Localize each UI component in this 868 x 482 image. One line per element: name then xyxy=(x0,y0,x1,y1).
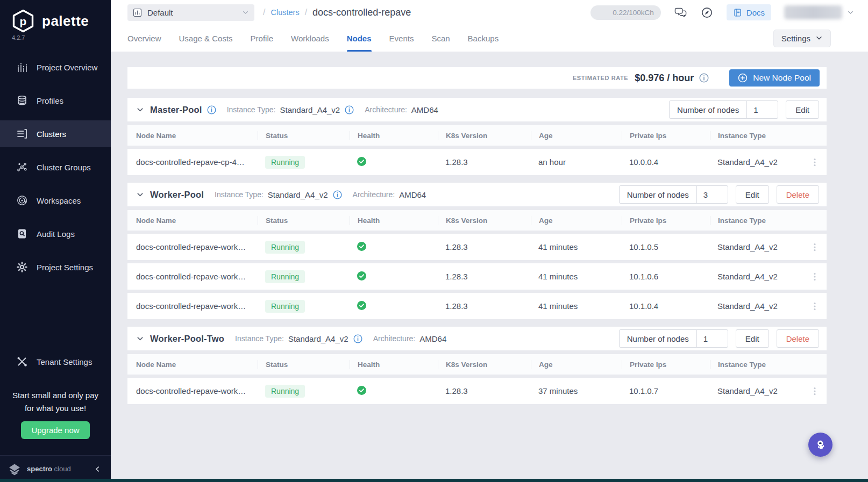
app-version: 4.2.7 xyxy=(12,34,111,41)
instance-type-label: Instance Type: xyxy=(235,334,284,343)
column-header-k8s-version: K8s Version xyxy=(438,360,531,369)
number-of-nodes-input[interactable]: 3 xyxy=(696,186,728,203)
table-row: docs-controlled-repave-work… Running 1.2… xyxy=(127,263,827,290)
row-menu-icon[interactable] xyxy=(810,157,820,167)
upgrade-now-button[interactable]: Upgrade now xyxy=(21,421,89,439)
sidebar-item-audit-logs[interactable]: Audit Logs xyxy=(0,220,111,247)
assistant-fab-button[interactable] xyxy=(808,433,833,457)
tab-overview[interactable]: Overview xyxy=(127,25,161,52)
instance-type-info-icon[interactable] xyxy=(353,334,362,343)
sidebar-item-project-settings[interactable]: Project Settings xyxy=(0,254,111,280)
number-of-nodes-label: Number of nodes xyxy=(670,105,746,114)
instance-type-info-icon[interactable] xyxy=(345,105,354,114)
instance-type-label: Instance Type: xyxy=(215,190,264,199)
tab-nodes[interactable]: Nodes xyxy=(347,25,372,52)
node-pool-section: Worker-Pool-Two Instance Type: Standard_… xyxy=(127,327,827,404)
chevron-down-icon[interactable] xyxy=(136,335,144,343)
column-header-private-ips: Private Ips xyxy=(622,360,710,369)
edit-pool-button[interactable]: Edit xyxy=(786,100,819,119)
sidebar-item-project-overview[interactable]: Project Overview xyxy=(0,54,111,81)
pool-info-icon[interactable] xyxy=(207,105,216,114)
k8s-version-cell: 1.28.3 xyxy=(438,272,531,281)
column-header-status: Status xyxy=(258,216,350,225)
compass-icon[interactable] xyxy=(700,6,714,19)
sidebar-item-workspaces[interactable]: Workspaces xyxy=(0,187,111,214)
book-icon xyxy=(733,8,742,17)
table-row: docs-controlled-repave-cp-4… Running 1.2… xyxy=(127,149,827,175)
column-header-instance-type: Instance Type xyxy=(710,360,803,369)
promo-text-line2: for what you use! xyxy=(0,402,111,415)
k8s-version-cell: 1.28.3 xyxy=(438,242,531,251)
number-of-nodes-control: Number of nodes 1 xyxy=(669,100,778,119)
age-cell: 41 minutes xyxy=(531,272,622,281)
user-menu[interactable] xyxy=(784,5,854,19)
row-menu-icon[interactable] xyxy=(810,301,820,311)
number-of-nodes-input[interactable]: 1 xyxy=(746,101,778,118)
instance-type-label: Instance Type: xyxy=(227,105,276,114)
row-menu-icon[interactable] xyxy=(810,386,820,396)
row-menu-icon[interactable] xyxy=(810,242,820,252)
delete-pool-button[interactable]: Delete xyxy=(777,185,819,204)
settings-button[interactable]: Settings xyxy=(773,30,831,47)
status-badge: Running xyxy=(265,270,305,283)
k8s-version-cell: 1.28.3 xyxy=(438,386,531,395)
sidebar-item-profiles[interactable]: Profiles xyxy=(0,87,111,114)
chevron-down-icon[interactable] xyxy=(136,106,144,114)
sidebar-item-clusters[interactable]: Clusters xyxy=(0,120,111,147)
health-check-icon xyxy=(357,301,366,310)
tab-backups[interactable]: Backups xyxy=(468,25,499,52)
new-node-pool-button[interactable]: New Node Pool xyxy=(729,69,820,87)
clusters-icon xyxy=(16,128,28,140)
pool-name: Master-Pool xyxy=(150,105,202,115)
docs-button[interactable]: Docs xyxy=(727,4,771,20)
node-name-cell: docs-controlled-repave-work… xyxy=(136,242,258,251)
estimated-rate-label: ESTIMATED RATE xyxy=(573,75,628,81)
tab-usage-costs[interactable]: Usage & Costs xyxy=(179,25,233,52)
project-selector[interactable]: Default xyxy=(127,4,254,21)
sidebar-item-cluster-groups[interactable]: Cluster Groups xyxy=(0,154,111,181)
number-of-nodes-input[interactable]: 1 xyxy=(696,330,728,347)
target-icon xyxy=(16,195,28,206)
instance-type-value: Standard_A4_v2 xyxy=(288,334,348,343)
sidebar-item-tenant-settings[interactable]: Tenant Settings xyxy=(0,348,111,375)
plus-circle-icon xyxy=(738,73,748,83)
row-menu-icon[interactable] xyxy=(810,272,820,282)
delete-pool-button[interactable]: Delete xyxy=(777,329,819,348)
instance-type-cell: Standard_A4_v2 xyxy=(710,157,803,167)
column-header-private-ips: Private Ips xyxy=(622,131,710,140)
chat-icon[interactable] xyxy=(674,6,687,19)
breadcrumb-clusters-link[interactable]: Clusters xyxy=(271,8,299,17)
tab-scan[interactable]: Scan xyxy=(431,25,450,52)
edit-pool-button[interactable]: Edit xyxy=(736,185,769,204)
node-name-cell: docs-controlled-repave-cp-4… xyxy=(136,157,258,167)
private-ip-cell: 10.1.0.7 xyxy=(622,386,710,395)
rate-info-icon[interactable] xyxy=(699,73,709,83)
breadcrumb-cluster-name: docs-controlled-repave xyxy=(312,7,411,18)
tab-workloads[interactable]: Workloads xyxy=(291,25,329,52)
architecture-value: AMD64 xyxy=(419,334,446,343)
project-icon xyxy=(133,8,142,17)
chevron-down-icon[interactable] xyxy=(136,191,144,199)
table-row: docs-controlled-repave-work… Running 1.2… xyxy=(127,234,827,260)
column-header-status: Status xyxy=(258,360,350,369)
chevron-down-icon xyxy=(847,9,854,16)
tab-profile[interactable]: Profile xyxy=(251,25,274,52)
column-header-node-name: Node Name xyxy=(136,216,258,225)
pool-name: Worker-Pool xyxy=(150,190,204,200)
column-header-age: Age xyxy=(531,131,622,140)
status-badge: Running xyxy=(265,156,305,169)
estimated-rate-value: $0.976 / hour xyxy=(635,73,694,84)
bottom-edge-bar xyxy=(0,479,868,482)
instance-type-info-icon[interactable] xyxy=(333,190,342,199)
instance-type-cell: Standard_A4_v2 xyxy=(710,386,803,395)
column-header-health: Health xyxy=(350,360,438,369)
nodes-content: ESTIMATED RATE $0.976 / hour New Node Po… xyxy=(111,52,868,482)
edit-pool-button[interactable]: Edit xyxy=(736,329,769,348)
collapse-sidebar-icon[interactable] xyxy=(94,465,101,473)
table-header-row: Node NameStatusHealthK8s VersionAgePriva… xyxy=(127,125,827,146)
column-header-instance-type: Instance Type xyxy=(710,216,803,225)
rate-toolbar: ESTIMATED RATE $0.976 / hour New Node Po… xyxy=(127,67,827,89)
tab-events[interactable]: Events xyxy=(389,25,414,52)
column-header-health: Health xyxy=(350,216,438,225)
palette-logo-icon: p xyxy=(11,9,35,33)
